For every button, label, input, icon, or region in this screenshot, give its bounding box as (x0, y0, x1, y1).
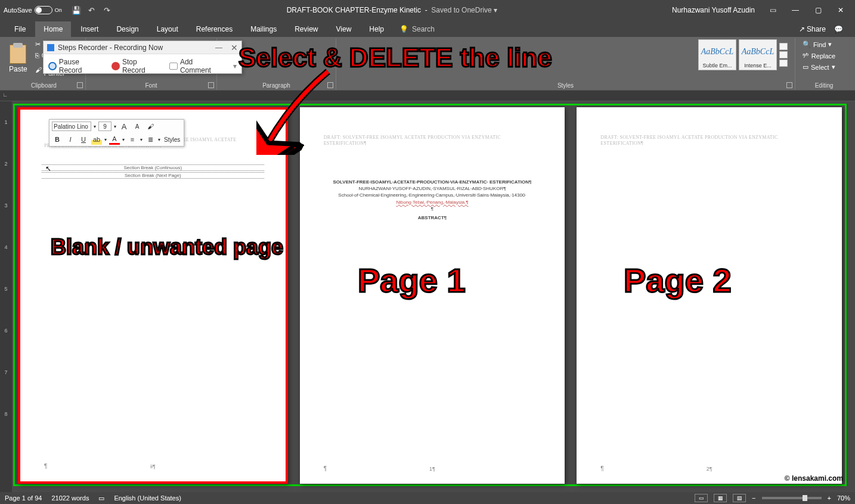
paragraph-group-label: Paragraph (222, 81, 331, 89)
tell-me-search[interactable]: 💡 Search (399, 25, 435, 37)
save-icon[interactable]: 💾 (72, 5, 81, 15)
mini-font-selector[interactable]: Palatino Lino (52, 122, 91, 131)
status-language[interactable]: English (United States) (114, 494, 181, 502)
doc-abstract-heading[interactable]: ABSTRACT¶ (321, 214, 544, 221)
shrink-font-icon[interactable]: A (132, 121, 142, 132)
add-comment-button[interactable]: Add Comment (169, 58, 225, 74)
mini-font-dropdown-icon[interactable]: ▾ (94, 124, 96, 129)
tab-mailings[interactable]: Mailings (242, 21, 285, 37)
clipboard-group-label: Clipboard (7, 81, 80, 89)
styles-scroll-down-icon[interactable] (779, 51, 788, 58)
stop-record-button[interactable]: Stop Record (111, 58, 161, 74)
undo-icon[interactable]: ↶ (87, 5, 97, 15)
highlight-dropdown-icon[interactable]: ▾ (104, 137, 107, 142)
page-number: 1¶ (429, 466, 435, 472)
autosave-toggle[interactable]: AutoSave On (4, 6, 62, 14)
page-1[interactable]: DRAFT: SOLVENT-FREE ISOAMYL ACETATE PROD… (300, 107, 565, 484)
minimize-icon[interactable]: — (785, 3, 806, 17)
steps-recorder-window[interactable]: Steps Recorder - Recording Now — ✕ Pause… (43, 41, 242, 74)
tab-home[interactable]: Home (35, 21, 71, 37)
highlight-icon[interactable]: ab (91, 134, 102, 145)
view-print-layout-icon[interactable]: ▦ (714, 494, 727, 502)
page-2[interactable]: DRAFT: SOLVENT-FREE ISOAMYL ACETATE PROD… (577, 107, 842, 484)
paste-button[interactable]: Paste (7, 45, 29, 73)
style-intense-emphasis[interactable]: AaBbCcL Intense E... (739, 39, 777, 70)
recorder-close-icon[interactable]: ✕ (231, 43, 238, 52)
status-page[interactable]: Page 1 of 94 (5, 494, 42, 502)
share-button[interactable]: ↗ Share (799, 25, 826, 33)
style-subtle-emphasis[interactable]: AaBbCcL Subtle Em... (698, 39, 736, 70)
tab-references[interactable]: References (188, 21, 241, 37)
italic-icon[interactable]: I (65, 134, 76, 145)
font-color-icon[interactable]: A (109, 134, 120, 145)
styles-more-icon[interactable] (779, 60, 788, 67)
ruler-mark: 1 (4, 119, 7, 125)
bullets-icon[interactable]: ≡ (127, 134, 138, 145)
grow-font-icon[interactable]: A (119, 121, 129, 132)
recorder-minimize-icon[interactable]: — (215, 43, 222, 52)
replace-button[interactable]: ᵃ⁄ᵇ Replace (800, 51, 848, 61)
paragraph-dialog-launcher-icon[interactable] (327, 82, 333, 88)
doc-body-affiliation2[interactable]: Nibong·Tebal,·Penang,·Malaysia.¶ (321, 199, 544, 206)
tab-file[interactable]: File (6, 21, 34, 37)
doc-body-title[interactable]: SOLVENT-FREE·ISOAMYL·ACETATE·PRODUCTION·… (321, 179, 544, 185)
tab-view[interactable]: View (328, 21, 360, 37)
styles-scroll-up-icon[interactable] (779, 43, 788, 50)
window-controls: ▭ — ▢ ✕ (762, 3, 851, 17)
tab-review[interactable]: Review (286, 21, 326, 37)
ruler-mark: 7 (4, 369, 7, 375)
affil-line1: School·of·Chemical·Engineering,·Engineer… (338, 192, 526, 198)
ruler-mark: 5 (4, 286, 7, 292)
numbering-icon[interactable]: ≣ (145, 134, 156, 145)
status-words[interactable]: 21022 words (51, 494, 89, 502)
title-bar: AutoSave On 💾 ↶ ↷ DRAFT-BOOK CHAPTER-Enz… (0, 0, 855, 20)
doc-body-affiliation[interactable]: School·of·Chemical·Engineering,·Engineer… (321, 192, 544, 198)
close-icon[interactable]: ✕ (830, 3, 851, 17)
numbering-dropdown-icon[interactable]: ▾ (158, 137, 160, 142)
tab-insert[interactable]: Insert (72, 21, 107, 37)
format-painter-icon[interactable]: 🖌 (145, 121, 156, 132)
vertical-ruler[interactable]: 1 2 3 4 5 6 7 8 (0, 101, 12, 492)
font-dialog-launcher-icon[interactable] (208, 82, 214, 88)
select-button[interactable]: ▭ Select ▾ (800, 62, 848, 72)
zoom-level[interactable]: 70% (837, 494, 850, 502)
redo-icon[interactable]: ↷ (103, 5, 112, 15)
styles-dialog-launcher-icon[interactable] (786, 82, 792, 88)
pages-container: DRAFT: SOLVENT-FREE ISOAMYL ACETATE PROD… (18, 107, 842, 484)
user-name[interactable]: Nurhazwani Yusoff Azudin (672, 6, 755, 14)
zoom-out-icon[interactable]: − (752, 494, 755, 502)
section-break-continuous[interactable]: Section Break (Continuous) (42, 164, 264, 171)
mini-size-selector[interactable]: 9 (98, 122, 111, 131)
tab-layout[interactable]: Layout (148, 21, 187, 37)
mini-toolbar[interactable]: Palatino Lino ▾ 9 ▾ A A 🖌 B I U ab ▾ A ▾ (49, 119, 184, 147)
zoom-slider[interactable] (762, 497, 822, 499)
page-blank[interactable]: DRAFT: SOLVENT-FREE ISOAMYL ACETATE PROD… (18, 107, 288, 484)
comments-icon[interactable]: 💬 (834, 25, 843, 33)
saved-location[interactable]: Saved to OneDrive ▾ (431, 6, 497, 14)
horizontal-ruler[interactable]: ∟ (0, 91, 855, 101)
font-color-dropdown-icon[interactable]: ▾ (122, 137, 125, 142)
section-break-next-page[interactable]: Section Break (Next Page) (42, 172, 264, 179)
view-read-mode-icon[interactable]: ▭ (695, 494, 708, 502)
mini-styles-button[interactable]: Styles (163, 134, 181, 145)
spellcheck-icon[interactable]: ▭ (98, 494, 104, 502)
tab-design[interactable]: Design (108, 21, 147, 37)
recorder-menu-icon[interactable]: ▾ (233, 62, 237, 70)
tab-help[interactable]: Help (361, 21, 392, 37)
maximize-icon[interactable]: ▢ (807, 3, 829, 17)
document-area[interactable]: 1 2 3 4 5 6 7 8 DRAFT: SOLVENT-FREE ISOA… (0, 101, 855, 492)
pause-record-button[interactable]: Pause Record (48, 58, 103, 74)
mini-size-dropdown-icon[interactable]: ▾ (114, 124, 116, 129)
find-button[interactable]: 🔍 Find ▾ (800, 39, 848, 49)
bold-icon[interactable]: B (52, 134, 63, 145)
underline-icon[interactable]: U (78, 134, 89, 145)
bullets-dropdown-icon[interactable]: ▾ (140, 137, 142, 142)
style-preview: AaBbCcL (742, 41, 774, 63)
recorder-title-bar[interactable]: Steps Recorder - Recording Now — ✕ (44, 41, 241, 54)
ribbon-display-icon[interactable]: ▭ (762, 3, 783, 17)
autosave-switch-icon[interactable] (35, 6, 52, 14)
view-web-layout-icon[interactable]: ▤ (733, 494, 746, 502)
zoom-in-icon[interactable]: + (828, 494, 831, 502)
clipboard-dialog-launcher-icon[interactable] (77, 82, 83, 88)
doc-body-authors[interactable]: NURHAZWANI·YUSOFF·AZUDIN,·SYAMSUL·RIZAL·… (321, 185, 544, 192)
